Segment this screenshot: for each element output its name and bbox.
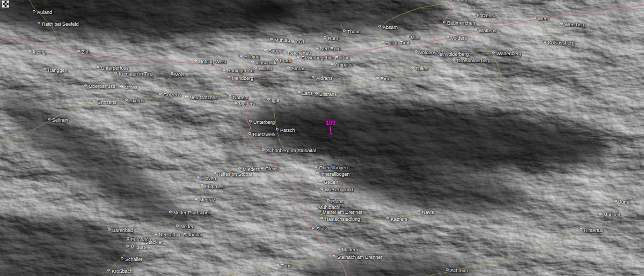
place-label: Auland [33,10,52,15]
place-label: Wilten [254,66,272,71]
place-label: Plöven [197,176,216,181]
place-label: Mutters [235,101,255,107]
place-dot-icon [125,98,128,101]
place-name: Saggen [268,48,285,54]
place-label: Patsch [276,128,295,133]
place-dot-icon [298,91,301,93]
place-label: Rinn [376,76,391,81]
place-name: Völs [175,72,185,77]
place-label: Neder [176,224,194,229]
place-name: Aldrans [316,76,333,81]
place-name: Terfens [539,0,555,1]
place-name: Unterperfuss [101,65,129,71]
place-label: Unterberg [249,120,275,125]
place-label: Ampass [331,62,353,68]
place-dot-icon [121,257,123,259]
place-dot-icon [127,237,129,240]
place-label: Thaur [343,29,360,34]
place-label: Weerberg [560,22,586,27]
place-name: Oberellbögen [319,165,348,170]
place-name: Oberperfuss [89,84,115,89]
place-dot-icon [560,22,563,25]
place-name: Gnadenwald [449,0,476,2]
place-dot-icon [262,148,265,151]
place-name: Mentlberg [232,76,253,81]
place-dot-icon [108,228,111,230]
track-segment-label[interactable]: 109 [326,120,335,126]
place-dot-icon [415,50,418,53]
place-label: Neustift im Stubaital [155,232,202,237]
place-name: Rum [328,36,338,41]
place-label: Wiesengrund [320,187,353,192]
place-name: Patsch [280,128,295,133]
place-dot-icon [320,187,323,190]
place-dot-icon [261,166,264,169]
place-name: Omes [125,85,137,90]
place-label: Sistrans [315,92,337,97]
place-name: Götzens [163,92,181,98]
place-label: Juns [614,199,629,205]
place-label: Unterperfuss [97,65,129,71]
place-name: Bärenbad [112,228,133,233]
place-name: Innsbruck [255,60,276,65]
place-label: Saggen [264,48,285,54]
place-dot-icon [312,226,314,229]
place-name: Fritzens [477,13,494,18]
place-label: Rum [324,36,338,41]
place-dot-icon [338,247,340,250]
place-dot-icon [197,176,200,178]
place-dot-icon [287,66,290,69]
place-dot-icon [492,51,495,54]
place-name: Wilten [259,66,272,71]
place-label: Mühlau [270,38,290,43]
place-name: Neu Götzens [189,95,218,100]
place-label: Neu Götzens [185,95,218,100]
place-name: Natters [233,95,248,100]
place-label: Kleinvolderberg [435,51,469,57]
place-name: Steinach am Brenner [337,255,383,260]
place-name: Pfons [331,199,343,204]
place-dot-icon [533,16,536,19]
place-dot-icon [378,25,381,27]
place-name: Sistrans [319,92,337,97]
place-dot-icon [316,171,319,174]
place-name: Schmirn [450,268,468,273]
place-name: Gewerbegebiet Roßau [301,55,350,61]
place-name: Mauern [342,247,358,252]
place-dot-icon [93,100,96,102]
place-dot-icon [580,228,582,230]
place-name: Hötting West [199,59,226,64]
place-label: Steinach am Brenner [333,255,383,260]
place-name: Krößbach [112,268,133,274]
place-dot-icon [406,35,409,38]
place-label: Stackler [145,240,163,245]
pan-control[interactable] [2,1,9,8]
place-label: Innerellbögen [316,171,350,177]
place-name: Navis [422,210,434,215]
place-dot-icon [176,224,179,227]
place-label: Ruetzwerk [248,132,276,137]
place-name: Kleinvolderberg [435,51,469,57]
place-name: Axams [129,98,144,103]
place-dot-icon [452,58,455,61]
place-dot-icon [155,232,157,235]
place-name: Zirl [82,49,89,55]
place-name: Telfes im Stubai [218,171,252,177]
place-dot-icon [312,76,314,78]
place-label: Statz [312,226,327,232]
place-label: Götzens [159,92,181,98]
place-dot-icon [171,72,173,74]
place-label: Krößbach [107,268,133,274]
place-label: Großvolderberg [452,58,491,63]
place-dot-icon [474,28,477,31]
place-label: Mentlberg [228,76,253,81]
place-name: Mils [411,35,419,40]
place-dot-icon [614,199,617,202]
place-name: Weerberg [565,22,586,27]
place-label: Terfens [539,0,555,1]
place-label: Zirl [77,49,89,55]
place-dot-icon [331,62,333,65]
place-label: Hötting West [194,59,226,64]
map-canvas[interactable]: AulandReith bei SeefeldInzingZirlRanggen… [0,0,644,276]
place-name: Kematen in Tirol [119,71,153,77]
